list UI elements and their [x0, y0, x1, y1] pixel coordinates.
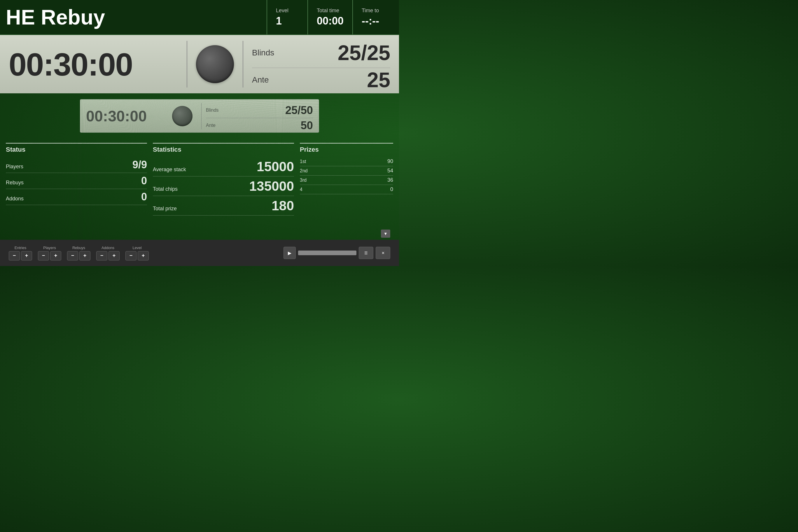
players-control: Players − + [38, 246, 61, 261]
close-icon: ✕ [381, 251, 385, 255]
next-ante-label: Ante [206, 123, 215, 128]
scroll-down-indicator[interactable]: ▼ [381, 230, 390, 238]
main-timer-section: 00:30:00 Blinds 25/25 Ante 25 [0, 35, 399, 93]
rebuys-row: Rebuys 0 [6, 173, 147, 189]
addons-buttons: − + [96, 251, 119, 261]
main-circle-indicator [196, 45, 234, 83]
rebuys-plus-button[interactable]: + [79, 251, 90, 261]
rebuys-value: 0 [141, 175, 147, 187]
time-to-label: Time to [362, 7, 384, 14]
addons-value: 0 [141, 191, 147, 203]
total-chips-row: Total chips 135000 [153, 176, 294, 196]
players-plus-button[interactable]: + [50, 251, 61, 261]
rebuys-buttons: − + [67, 251, 90, 261]
prize-3rd-label: 3rd [300, 178, 306, 183]
main-blinds-row: Blinds 25/25 [252, 41, 390, 68]
total-time-value: 00:00 [317, 15, 344, 27]
menu-icon: ☰ [364, 251, 368, 255]
prize-2nd-value: 54 [387, 168, 393, 174]
prize-row-4th: 4 0 [300, 185, 393, 194]
prize-2nd-label: 2nd [300, 168, 308, 173]
players-row: Players 9/9 [6, 157, 147, 173]
next-ante-value: 50 [301, 119, 313, 132]
rebuys-label: Rebuys [6, 180, 24, 186]
level-minus-button[interactable]: − [126, 251, 136, 261]
entries-plus-button[interactable]: + [21, 251, 32, 261]
blinds-divider [243, 41, 243, 88]
entries-control: Entries − + [9, 246, 32, 261]
statistics-panel: Statistics Average stack 15000 Total chi… [153, 143, 294, 215]
time-to-value: --:-- [362, 15, 384, 27]
time-to-stat: Time to --:-- [352, 0, 393, 34]
players-minus-button[interactable]: − [38, 251, 49, 261]
prize-3rd-value: 36 [387, 177, 393, 183]
next-blinds: Blinds 25/50 Ante 50 [206, 103, 313, 129]
entries-label: Entries [15, 246, 26, 250]
close-button[interactable]: ✕ [376, 247, 390, 259]
next-level-section: 00:30:00 Blinds 25/50 Ante 50 [0, 93, 399, 138]
total-prize-value: 180 [271, 198, 294, 213]
play-button[interactable]: ▶ [284, 247, 296, 259]
entries-buttons: − + [9, 251, 32, 261]
level-control: Level − + [126, 246, 149, 261]
total-chips-value: 135000 [249, 178, 294, 194]
total-prize-row: Total prize 180 [153, 196, 294, 215]
stats-section: Status Players 9/9 Rebuys 0 Addons 0 Sta… [0, 140, 399, 218]
next-level-card: 00:30:00 Blinds 25/50 Ante 50 [80, 99, 319, 133]
rebuys-ctrl-label: Rebuys [72, 246, 85, 250]
statistics-title: Statistics [153, 143, 294, 153]
status-title: Status [6, 143, 147, 153]
prize-row-1st: 1st 90 [300, 157, 393, 166]
prize-4th-value: 0 [390, 186, 393, 192]
prizes-title: Prizes [300, 143, 393, 153]
avg-stack-label: Average stack [153, 167, 186, 173]
prize-row-3rd: 3rd 36 [300, 176, 393, 185]
entries-minus-button[interactable]: − [9, 251, 20, 261]
next-blinds-label: Blinds [206, 108, 219, 113]
main-blinds: Blinds 25/25 Ante 25 [252, 41, 390, 88]
main-timer-display: 00:30:00 [9, 46, 178, 83]
rebuys-control: Rebuys − + [67, 246, 90, 261]
prize-1st-value: 90 [387, 158, 393, 165]
addons-control: Addons − + [96, 246, 119, 261]
level-plus-button[interactable]: + [138, 251, 149, 261]
addons-minus-button[interactable]: − [96, 251, 107, 261]
next-blinds-value: 25/50 [285, 104, 313, 117]
addons-row: Addons 0 [6, 189, 147, 205]
controls-bar: ▼ Entries − + Players − + Rebuys − + Add… [0, 240, 399, 266]
next-blinds-row: Blinds 25/50 [206, 103, 313, 118]
total-time-label: Total time [317, 7, 344, 14]
header: HE Rebuy Level 1 Total time 00:00 Time t… [0, 0, 399, 35]
total-chips-label: Total chips [153, 186, 178, 192]
next-ante-row: Ante 50 [206, 118, 313, 133]
timer-divider [187, 41, 187, 88]
next-circle-indicator [172, 106, 192, 126]
ante-value: 25 [367, 68, 390, 92]
rebuys-minus-button[interactable]: − [67, 251, 78, 261]
blinds-label: Blinds [252, 48, 274, 57]
addons-ctrl-label: Addons [101, 246, 114, 250]
progress-bar[interactable] [298, 250, 356, 255]
blinds-value: 25/25 [338, 41, 390, 65]
ante-label: Ante [252, 75, 269, 84]
addons-label: Addons [6, 196, 24, 202]
menu-button[interactable]: ☰ [359, 247, 373, 259]
addons-plus-button[interactable]: + [109, 251, 119, 261]
level-value: 1 [276, 15, 299, 27]
next-timer-display: 00:30:00 [86, 107, 168, 125]
players-buttons: − + [38, 251, 61, 261]
total-prize-label: Total prize [153, 206, 177, 212]
players-label: Players [6, 164, 23, 170]
status-panel: Status Players 9/9 Rebuys 0 Addons 0 [6, 143, 147, 215]
prizes-panel: Prizes 1st 90 2nd 54 3rd 36 4 0 [300, 143, 393, 215]
avg-stack-row: Average stack 15000 [153, 157, 294, 176]
scroll-down-icon: ▼ [383, 231, 387, 236]
prize-row-2nd: 2nd 54 [300, 166, 393, 176]
avg-stack-value: 15000 [256, 159, 294, 174]
play-icon: ▶ [288, 250, 291, 256]
prize-1st-label: 1st [300, 159, 306, 164]
header-stats: Level 1 Total time 00:00 Time to --:-- [267, 0, 393, 34]
players-value: 9/9 [132, 159, 147, 171]
transport-controls: ▶ ☰ ✕ [284, 247, 390, 259]
level-stat: Level 1 [267, 0, 307, 34]
